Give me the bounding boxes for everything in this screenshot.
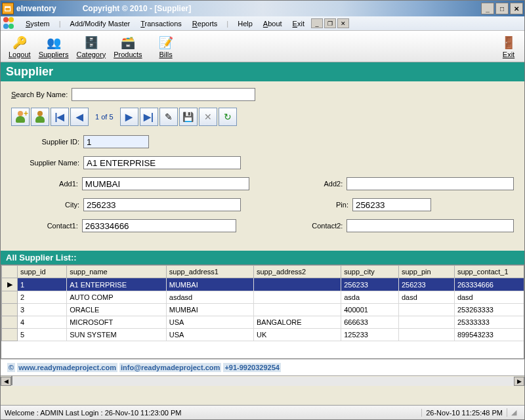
row-indicator[interactable] <box>2 304 18 316</box>
row-indicator[interactable] <box>2 291 18 304</box>
cell-supp_contact_1[interactable]: dasd <box>454 291 524 304</box>
add2-input[interactable] <box>346 177 514 190</box>
cell-supp_name[interactable]: ORACLE <box>67 304 167 316</box>
edit-record-button[interactable]: ✎ <box>159 108 178 126</box>
cell-supp_name[interactable]: MICROSOFT <box>67 316 167 329</box>
scroll-left-button[interactable]: ◀ <box>1 377 11 386</box>
row-indicator[interactable] <box>2 329 18 341</box>
delete-record-button[interactable]: ✕ <box>199 108 217 126</box>
toolbar-logout-button[interactable]: 🔑 Logout <box>5 33 35 60</box>
cell-supp_id[interactable]: 5 <box>18 329 67 341</box>
table-row[interactable]: 3ORACLEMUMBAI400001253263333 <box>2 304 525 316</box>
cell-supp_address1[interactable]: MUMBAI <box>166 304 253 316</box>
horizontal-scrollbar[interactable]: ◀ ▶ <box>1 375 524 386</box>
cell-supp_pin[interactable]: 256233 <box>399 278 455 291</box>
cell-supp_contact_1[interactable]: 899543233 <box>454 329 524 341</box>
col-supp-city[interactable]: supp_city <box>341 266 399 278</box>
cell-supp_id[interactable]: 3 <box>18 304 67 316</box>
col-supp-contact1[interactable]: supp_contact_1 <box>454 266 524 278</box>
next-record-button[interactable]: ▶ <box>120 108 138 126</box>
cell-supp_name[interactable]: A1 ENTERPRISE <box>67 278 167 291</box>
minimize-button[interactable]: _ <box>481 3 494 14</box>
search-input[interactable] <box>72 88 255 101</box>
cell-supp_address2[interactable] <box>254 291 341 304</box>
mdi-minimize-button[interactable]: _ <box>311 18 323 28</box>
cell-supp_address1[interactable]: USA <box>166 316 253 329</box>
cell-supp_city[interactable]: 256233 <box>341 278 399 291</box>
menu-system[interactable]: System <box>20 20 55 28</box>
cell-supp_contact_1[interactable]: 253263333 <box>454 304 524 316</box>
cell-supp_city[interactable]: 400001 <box>341 304 399 316</box>
supplier-grid[interactable]: supp_id supp_name supp_address1 supp_add… <box>1 264 524 359</box>
contact1-input[interactable] <box>82 219 236 232</box>
toolbar-suppliers-button[interactable]: 👥 Suppliers <box>35 33 73 60</box>
cell-supp_address2[interactable]: UK <box>254 329 341 341</box>
add1-input[interactable] <box>82 177 249 190</box>
cell-supp_pin[interactable] <box>399 304 455 316</box>
col-supp-id[interactable]: supp_id <box>18 266 67 278</box>
cell-supp_city[interactable]: asda <box>341 291 399 304</box>
row-indicator[interactable] <box>2 316 18 329</box>
content-area: Supplier Search By Name: + |◀ ◀ 1 of 5 ▶… <box>1 62 524 405</box>
main-toolbar: 🔑 Logout 👥 Suppliers 🗄️ Category 🗃️ Prod… <box>1 31 524 62</box>
maximize-button[interactable]: □ <box>495 3 509 14</box>
cell-supp_address1[interactable]: USA <box>166 329 253 341</box>
cell-supp_contact_1[interactable]: 263334666 <box>454 278 524 291</box>
menu-reports[interactable]: Reports <box>187 20 223 28</box>
scroll-right-button[interactable]: ▶ <box>514 377 524 386</box>
menu-about[interactable]: About <box>258 20 287 28</box>
cell-supp_address2[interactable]: BANGALORE <box>254 316 341 329</box>
first-record-button[interactable]: |◀ <box>51 108 69 126</box>
table-row[interactable]: 4MICROSOFTUSABANGALORE666633253333333 <box>2 316 525 329</box>
last-record-button[interactable]: ▶| <box>140 108 158 126</box>
cell-supp_id[interactable]: 4 <box>18 316 67 329</box>
cell-supp_pin[interactable] <box>399 316 455 329</box>
refresh-button[interactable]: ↻ <box>219 108 237 126</box>
cell-supp_contact_1[interactable]: 25333333 <box>454 316 524 329</box>
cell-supp_address1[interactable]: MUMBAI <box>166 278 253 291</box>
new-record-button[interactable]: + <box>11 108 30 126</box>
supplier-id-input[interactable] <box>83 135 149 148</box>
contact2-input[interactable] <box>346 219 514 232</box>
cell-supp_pin[interactable] <box>399 329 455 341</box>
cell-supp_address2[interactable] <box>254 304 341 316</box>
col-supp-pin[interactable]: supp_pin <box>399 266 455 278</box>
supplier-name-input[interactable] <box>83 156 241 169</box>
menu-exit[interactable]: Exit <box>287 20 310 28</box>
cell-supp_id[interactable]: 1 <box>18 278 67 291</box>
cell-supp_pin[interactable]: dasd <box>399 291 455 304</box>
cell-supp_id[interactable]: 2 <box>18 291 67 304</box>
cell-supp_address1[interactable]: asdasd <box>166 291 253 304</box>
menu-transactions[interactable]: Transactions <box>135 20 187 28</box>
toolbar-exit-button[interactable]: 🚪 Exit <box>497 33 520 60</box>
footer-email[interactable]: info@readymadeproject.com <box>119 363 221 372</box>
row-indicator[interactable]: ▶ <box>2 278 18 291</box>
city-input[interactable] <box>83 198 241 211</box>
save-record-button[interactable]: 💾 <box>179 108 198 126</box>
col-supp-address1[interactable]: supp_address1 <box>166 266 253 278</box>
cell-supp_name[interactable]: SUN SYSTEM <box>67 329 167 341</box>
table-row[interactable]: ▶1A1 ENTERPRISEMUMBAI2562332562332633346… <box>2 278 525 291</box>
prev-record-button[interactable]: ◀ <box>70 108 89 126</box>
table-row[interactable]: 5SUN SYSTEMUSAUK125233899543233 <box>2 329 525 341</box>
pin-label: Pin: <box>306 201 352 209</box>
close-button[interactable]: ✕ <box>510 3 523 14</box>
mdi-close-button[interactable]: ✕ <box>337 18 349 28</box>
cell-supp_name[interactable]: AUTO COMP <box>67 291 167 304</box>
footer-url[interactable]: www.readymadeproject.com <box>17 363 117 372</box>
pin-input[interactable] <box>352 198 431 211</box>
user-button[interactable] <box>31 108 49 126</box>
menu-add-modify[interactable]: Add/Modify Master <box>65 20 136 28</box>
col-supp-address2[interactable]: supp_address2 <box>254 266 341 278</box>
menu-help[interactable]: Help <box>232 20 258 28</box>
toolbar-category-button[interactable]: 🗄️ Category <box>73 33 110 60</box>
cell-supp_city[interactable]: 666633 <box>341 316 399 329</box>
cell-supp_city[interactable]: 125233 <box>341 329 399 341</box>
table-row[interactable]: 2AUTO COMPasdasdasdadasddasd <box>2 291 525 304</box>
toolbar-products-button[interactable]: 🗃️ Products <box>110 33 146 60</box>
mdi-restore-button[interactable]: ❐ <box>324 18 336 28</box>
col-supp-name[interactable]: supp_name <box>67 266 167 278</box>
scroll-thumb[interactable] <box>11 376 12 385</box>
cell-supp_address2[interactable] <box>254 278 341 291</box>
toolbar-bills-button[interactable]: 📝 Bills <box>154 33 178 60</box>
